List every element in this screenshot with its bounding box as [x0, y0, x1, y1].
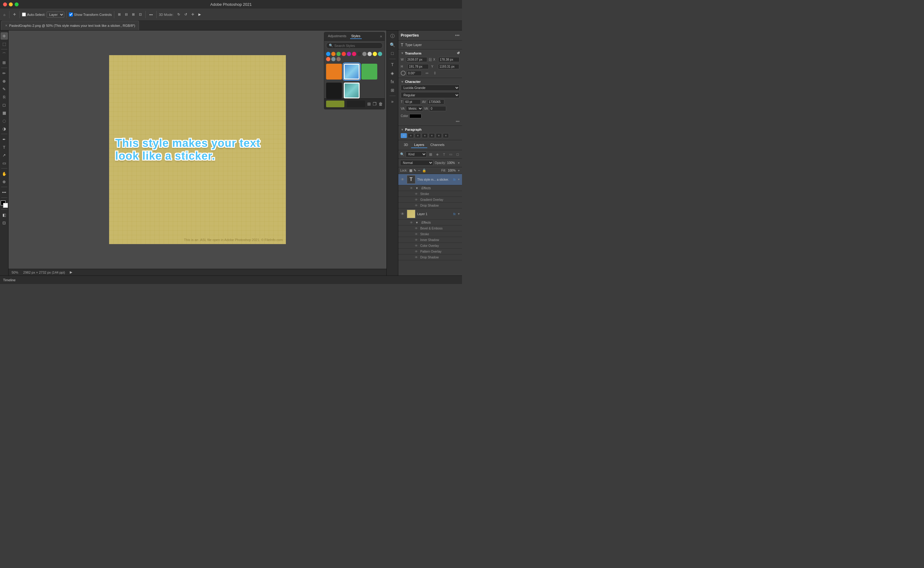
3d-rotate-button[interactable]: ↻: [176, 12, 182, 17]
font-style-select[interactable]: Regular: [401, 92, 460, 98]
3d-pan-button[interactable]: ↺: [183, 12, 189, 17]
frame-mode-button[interactable]: ⊡: [1, 219, 8, 227]
text-gradient-item[interactable]: 👁 Gradient Overlay: [398, 197, 462, 202]
eraser-tool-button[interactable]: ◻: [1, 101, 8, 109]
dropshadow-vis-icon[interactable]: 👁: [414, 203, 418, 207]
more-char-options[interactable]: •••: [401, 119, 460, 124]
styles-new-button[interactable]: ⊞: [367, 101, 371, 106]
pen-tool-button[interactable]: ✒: [1, 136, 8, 143]
auto-select-checkbox[interactable]: [22, 12, 26, 17]
minimize-button[interactable]: [9, 2, 13, 6]
styles-sidebar-button[interactable]: fx: [388, 78, 397, 86]
zoom-tool-button[interactable]: ⊕: [1, 178, 8, 185]
color-dot-pink[interactable]: [352, 52, 356, 56]
justify-force-btn[interactable]: ≡: [443, 133, 449, 138]
blend-mode-select[interactable]: Normal: [400, 160, 433, 166]
tab-channels[interactable]: Channels: [427, 142, 447, 148]
path-selection-button[interactable]: ↗: [1, 151, 8, 159]
maximize-button[interactable]: [15, 2, 18, 6]
effects-vis-icon[interactable]: 👁: [409, 186, 414, 190]
search-button[interactable]: 🔍: [388, 41, 397, 49]
home-button[interactable]: ⌂: [2, 12, 7, 17]
text-stroke-item[interactable]: 👁 Stroke: [398, 191, 462, 197]
styles-copy-button[interactable]: ❐: [373, 101, 377, 106]
distribute-button[interactable]: ⊡: [137, 12, 143, 17]
patternoverlay-vis-icon[interactable]: 👁: [414, 249, 418, 254]
gradient-tool-button[interactable]: ▦: [1, 109, 8, 116]
styles-delete-button[interactable]: 🗑: [379, 101, 383, 106]
flip-h-button[interactable]: ⇔: [424, 70, 430, 76]
lock-position-icon[interactable]: ✎: [414, 169, 416, 172]
spot-heal-tool-button[interactable]: ⊕: [1, 77, 8, 85]
color-dot-yellow[interactable]: [373, 52, 377, 56]
auto-select-control[interactable]: Auto-Select: Layer: [22, 12, 64, 18]
more-tools-button[interactable]: •••: [1, 189, 8, 196]
layer1-vis-button[interactable]: 👁: [400, 211, 405, 216]
auto-select-dropdown[interactable]: Layer: [47, 12, 64, 18]
brush-tool-button[interactable]: ✎: [1, 85, 8, 93]
tab-layers[interactable]: Layers: [411, 142, 427, 148]
layer1-item[interactable]: 👁 Layer 1 fx ▼: [398, 208, 462, 220]
transform-controls-control[interactable]: Show Transform Controls: [69, 12, 112, 17]
tab-adjustments[interactable]: Adjustments: [327, 33, 348, 39]
lock-pixels-icon[interactable]: ▦: [409, 169, 412, 172]
opacity-arrow[interactable]: ▼: [457, 162, 460, 165]
align-center-button[interactable]: ⊟: [124, 12, 129, 17]
selection-tool-button[interactable]: ⬚: [1, 40, 8, 48]
document-tab[interactable]: × PastedGraphic-2.png @ 50% (This style …: [1, 21, 139, 30]
eyedropper-tool-button[interactable]: ✏: [1, 69, 8, 77]
move-tool[interactable]: ✛: [12, 12, 17, 17]
styles-search-input[interactable]: [334, 44, 380, 48]
character-title[interactable]: ▼ Character: [401, 80, 460, 83]
align-right-button[interactable]: ⊞: [130, 12, 136, 17]
foreground-color-swatch[interactable]: [1, 201, 8, 208]
layer1-dropshadow-item[interactable]: 👁 Drop Shadow: [398, 254, 462, 260]
color-dot-lightgray[interactable]: [367, 52, 372, 56]
style-swatch-black[interactable]: [326, 83, 342, 98]
y-input[interactable]: [438, 64, 459, 69]
color-dot-red[interactable]: [342, 52, 346, 56]
dodge-tool-button[interactable]: ◑: [1, 125, 8, 132]
style-swatch-orange[interactable]: [326, 64, 342, 80]
layer1-effects-chevron[interactable]: ▼: [415, 221, 418, 224]
filter-smartobj-icon[interactable]: ◻: [455, 152, 460, 157]
filter-kind-select[interactable]: Kind: [406, 151, 427, 157]
styles-panel-close-button[interactable]: ×: [380, 34, 382, 39]
justify-all-btn[interactable]: ≡: [429, 133, 435, 138]
justify-right-btn[interactable]: ≡: [436, 133, 442, 138]
status-more-icon[interactable]: ▶: [70, 270, 72, 274]
adjustments-sidebar-button[interactable]: ◈: [388, 69, 397, 77]
text-effects-group[interactable]: 👁 ▼ Effects: [398, 185, 462, 191]
move-tool-button[interactable]: ✛: [1, 32, 8, 39]
layer1-coloroverlay-item[interactable]: 👁 Color Overlay: [398, 243, 462, 249]
quick-mask-button[interactable]: ◧: [1, 211, 8, 219]
align-right-btn[interactable]: ≡: [415, 133, 421, 138]
layer1-dropshadow-vis-icon[interactable]: 👁: [414, 255, 418, 259]
blur-tool-button[interactable]: ◌: [1, 117, 8, 124]
lock-artboard-icon[interactable]: ↔: [418, 169, 421, 172]
lasso-tool-button[interactable]: ⌒: [1, 51, 8, 58]
align-center-btn[interactable]: ≡: [408, 133, 414, 138]
filter-type-icon[interactable]: T: [441, 152, 447, 157]
flip-v-button[interactable]: ⇕: [432, 70, 438, 76]
type-sidebar-button[interactable]: T: [388, 60, 397, 69]
layer1-stroke-vis-icon[interactable]: 👁: [414, 232, 418, 236]
color-dot-black[interactable]: [357, 52, 361, 56]
color-dot-blue[interactable]: [326, 52, 330, 56]
font-family-select[interactable]: Lucida Grande: [401, 85, 460, 91]
libraries-button[interactable]: ⊞: [388, 86, 397, 94]
x-input[interactable]: [438, 57, 460, 62]
canvas-scroll[interactable]: This style makes your text look like a s…: [9, 30, 387, 269]
properties-button[interactable]: ⓘ: [388, 32, 397, 40]
align-left-button[interactable]: ⊞: [116, 12, 122, 17]
effects-chevron[interactable]: ▼: [415, 186, 418, 190]
align-left-btn[interactable]: ≡: [401, 133, 407, 138]
stroke-vis-icon[interactable]: 👁: [414, 192, 418, 196]
layer1-bevel-item[interactable]: 👁 Bevel & Emboss: [398, 225, 462, 231]
text-layer-item[interactable]: 👁 T This style m... a sticker. fx ▼: [398, 174, 462, 185]
text-layer-more[interactable]: ▼: [457, 178, 460, 181]
close-button[interactable]: [3, 2, 7, 6]
3d-move-button[interactable]: ✛: [190, 12, 196, 17]
color-dot-purple[interactable]: [347, 52, 351, 56]
color-dot-green[interactable]: [337, 52, 341, 56]
